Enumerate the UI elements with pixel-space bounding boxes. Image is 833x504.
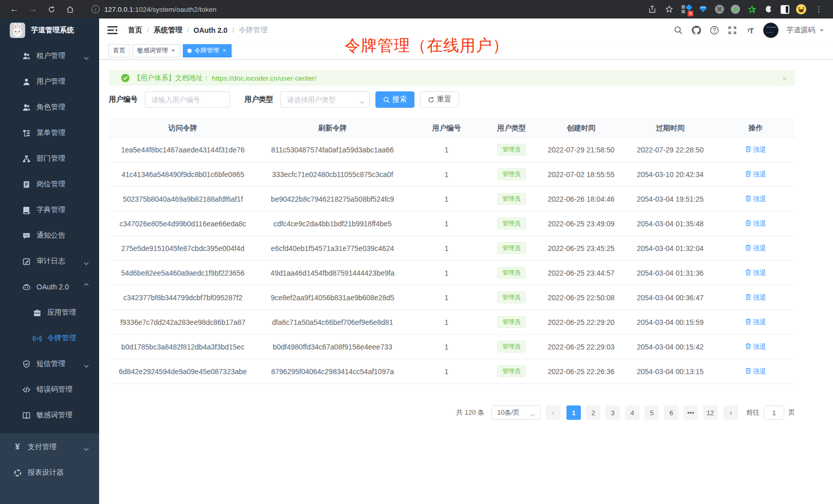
sidebar-item-menu[interactable]: 菜单管理 xyxy=(0,120,99,146)
create-time-cell: 2022-06-25 23:44:57 xyxy=(538,261,624,285)
expire-time-cell: 2054-03-04 00:13:15 xyxy=(624,359,716,384)
page-button-4[interactable]: 4 xyxy=(625,405,639,420)
breadcrumb: 首页 / 系统管理 / OAuth 2.0 / 令牌管理 xyxy=(128,26,268,35)
doc-link[interactable]: https://doc.iocoder.cn/user-center/ xyxy=(212,74,316,82)
browser-home-button[interactable] xyxy=(63,2,77,16)
breadcrumb-system[interactable]: 系统管理 xyxy=(154,26,182,35)
help-icon[interactable] xyxy=(709,25,720,35)
share-icon[interactable] xyxy=(647,4,657,14)
sidebar-extension-icon[interactable] xyxy=(781,5,789,14)
sidebar-item-dict[interactable]: 字典管理 xyxy=(0,197,99,223)
sidebar-item-label: 菜单管理 xyxy=(36,128,65,138)
sidebar-item-role[interactable]: 角色管理 xyxy=(0,94,99,120)
address-bar[interactable]: i 127.0.0.1:1024/system/oauth2/token xyxy=(85,2,641,16)
goto-page-input[interactable] xyxy=(764,405,784,420)
extension-grid-icon[interactable]: 9 xyxy=(681,4,691,14)
emoji-extension-icon[interactable] xyxy=(796,4,806,14)
force-logout-button[interactable]: 强退 xyxy=(745,170,766,179)
user-avatar[interactable] xyxy=(763,23,779,38)
force-logout-button[interactable]: 强退 xyxy=(745,219,766,228)
page-button-3[interactable]: 3 xyxy=(605,405,620,420)
tab-1[interactable]: 敏感词管理× xyxy=(132,44,180,57)
sidebar-item-user[interactable]: 用户管理 xyxy=(0,69,99,94)
github-icon[interactable] xyxy=(691,25,702,35)
reset-button[interactable]: 重置 xyxy=(420,91,459,108)
sidebar-item-pay[interactable]: ¥支付管理 xyxy=(0,434,99,460)
force-logout-button[interactable]: 强退 xyxy=(745,293,766,302)
create-time-cell: 2022-06-25 23:45:25 xyxy=(538,236,624,261)
force-logout-button[interactable]: 强退 xyxy=(745,244,766,253)
breadcrumb-oauth2[interactable]: OAuth 2.0 xyxy=(194,26,228,34)
browser-forward-button[interactable]: → xyxy=(26,2,40,16)
breadcrumb-home[interactable]: 首页 xyxy=(128,26,142,35)
collapse-sidebar-icon[interactable] xyxy=(107,25,119,36)
sidebar-item-notice[interactable]: 通知公告 xyxy=(0,223,99,248)
tab-0[interactable]: 首页 xyxy=(108,44,130,57)
bookmark-star-icon[interactable] xyxy=(664,4,674,14)
search-button-icon xyxy=(383,96,390,103)
page-button-6[interactable]: 6 xyxy=(664,405,678,420)
user-type-select[interactable] xyxy=(280,91,370,108)
page-button-1[interactable]: 1 xyxy=(566,405,581,420)
notice-icon xyxy=(22,231,31,240)
sidebar-item-sensitive-word[interactable]: 敏感词管理 xyxy=(0,402,99,428)
user-name[interactable]: 芋道源码 xyxy=(786,26,815,35)
sidebar-item-department[interactable]: 部门管理 xyxy=(0,146,99,171)
top-navbar: 首页 / 系统管理 / OAuth 2.0 / 令牌管理 xyxy=(99,18,833,42)
force-logout-button[interactable]: 强退 xyxy=(745,145,766,154)
sidebar-item-error-code[interactable]: 错误码管理 xyxy=(0,377,99,402)
next-page-button[interactable]: › xyxy=(724,405,738,420)
diamond-extension-icon[interactable] xyxy=(698,4,708,14)
dict-icon xyxy=(22,205,31,215)
tab-close-icon[interactable]: × xyxy=(221,47,226,54)
prev-page-button[interactable]: ‹ xyxy=(546,405,560,420)
chevron-down-icon xyxy=(84,259,89,263)
sidebar-item-audit-log[interactable]: 审计日志 xyxy=(0,248,99,274)
search-icon[interactable] xyxy=(673,25,684,35)
page-button-5[interactable]: 5 xyxy=(645,405,659,420)
force-logout-button[interactable]: 强退 xyxy=(745,367,766,376)
sidebar-item-sms[interactable]: 短信管理 xyxy=(0,351,99,377)
sidebar-item-oauth2-token[interactable]: 令牌管理 xyxy=(0,325,99,351)
fullscreen-icon[interactable] xyxy=(727,25,737,35)
recorder-extension-icon[interactable] xyxy=(731,5,740,14)
users-icon xyxy=(22,51,31,61)
sidebar-item-tenant[interactable]: 租户管理 xyxy=(0,43,99,69)
tab-close-icon[interactable]: × xyxy=(171,47,176,54)
page-size-select[interactable]: 10条/页 xyxy=(491,405,541,420)
sidebar-item-oauth2-app[interactable]: 应用管理 xyxy=(0,300,99,325)
force-logout-button[interactable]: 强退 xyxy=(745,195,766,204)
page-button-12[interactable]: 12 xyxy=(703,405,717,420)
font-size-icon[interactable]: тT xyxy=(745,25,755,35)
sensitive-icon xyxy=(22,411,31,420)
command-extension-icon[interactable]: ⌘ xyxy=(715,5,724,14)
pay-icon: ¥ xyxy=(13,442,22,452)
refresh-token-cell: b0df4980ffd34c67a08f9156e4eee733 xyxy=(257,335,408,359)
page-info-icon[interactable]: i xyxy=(91,5,100,13)
force-logout-button[interactable]: 强退 xyxy=(745,268,766,278)
force-logout-button[interactable]: 强退 xyxy=(745,342,766,352)
errcode-icon xyxy=(22,385,31,394)
sidebar-item-label: 短信管理 xyxy=(36,359,65,369)
user-type-cell: 管理员 xyxy=(485,285,538,310)
sidebar-item-report-designer[interactable]: 报表设计器 xyxy=(0,460,99,486)
puzzle-extension-icon[interactable] xyxy=(764,4,774,14)
sidebar-item-post[interactable]: 岗位管理 xyxy=(0,171,99,197)
user-menu-caret-icon[interactable] xyxy=(820,29,824,32)
user-type-cell: 管理员 xyxy=(485,211,538,236)
access-token-cell: 502375b8040a469a9b82188afdf6af1f xyxy=(109,187,257,211)
star-extension-icon[interactable] xyxy=(747,4,757,14)
alert-close-icon[interactable]: × xyxy=(782,74,787,83)
more-pages-button[interactable]: ••• xyxy=(684,405,698,420)
user-id-input[interactable] xyxy=(145,91,230,108)
search-button[interactable]: 搜索 xyxy=(375,91,414,108)
sidebar-item-oauth2[interactable]: OAuth 2.0 xyxy=(0,274,99,300)
tab-active-2[interactable]: 令牌管理× xyxy=(183,44,231,57)
chevron-up-icon xyxy=(84,285,89,289)
user-type-cell: 管理员 xyxy=(485,261,538,285)
browser-back-button[interactable]: ← xyxy=(7,2,22,16)
browser-reload-button[interactable] xyxy=(44,2,59,16)
browser-menu-icon[interactable]: ⋮ xyxy=(813,5,825,14)
page-button-2[interactable]: 2 xyxy=(586,405,600,420)
force-logout-button[interactable]: 强退 xyxy=(745,318,766,327)
